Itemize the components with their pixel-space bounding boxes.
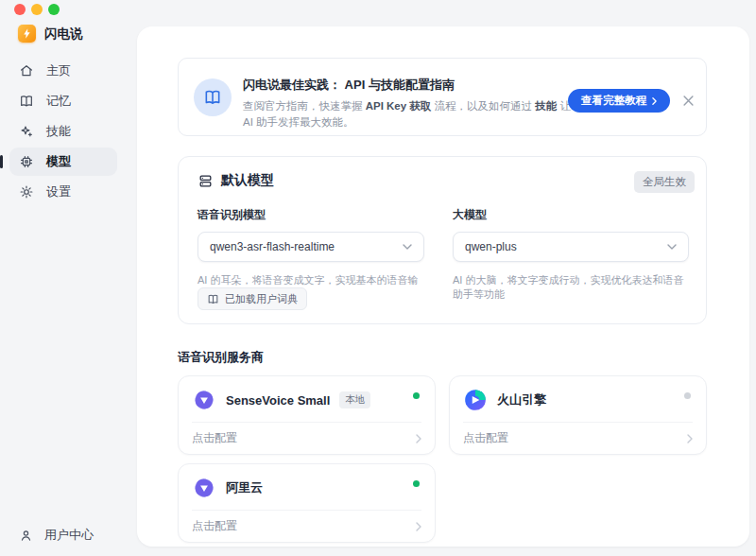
provider-card-sensevoice[interactable]: SenseVoice Small 本地 点击配置 [178,375,436,455]
chevron-right-icon [652,97,657,105]
sidebar-item-skills[interactable]: 技能 [9,117,117,146]
user-icon [19,529,33,543]
global-effect-badge: 全局生效 [634,171,695,193]
sidebar: 闪电说 主页 记忆 技能 模型 [0,0,137,556]
configure-label: 点击配置 [192,518,237,534]
asr-model-select[interactable]: qwen3-asr-flash-realtime [198,232,424,262]
desc-bold: API Key 获取 [366,100,432,112]
provider-name: 火山引擎 [497,391,546,408]
sidebar-item-models[interactable]: 模型 [9,148,117,176]
provider-card-footer: 点击配置 [179,423,435,454]
status-dot [413,480,420,487]
sidebar-item-settings[interactable]: 设置 [9,178,117,206]
default-model-title: 默认模型 [221,172,274,189]
sidebar-item-label: 设置 [46,183,71,200]
configure-label: 点击配置 [463,430,508,446]
provider-card-alicloud[interactable]: 阿里云 点击配置 [178,463,436,543]
alicloud-logo [192,476,216,500]
provider-card-header: 火山引擎 [450,378,706,422]
provider-card-header: SenseVoice Small 本地 [179,378,435,422]
provider-name: SenseVoice Small [226,393,330,408]
dictionary-icon [207,293,219,305]
stack-icon [198,173,214,189]
sidebar-item-label: 记忆 [46,93,71,110]
view-tutorial-label: 查看完整教程 [581,94,646,108]
provider-card-header: 阿里云 [179,466,435,510]
sidebar-item-memory[interactable]: 记忆 [9,87,117,115]
maximize-window-button[interactable] [48,4,60,15]
status-dot [413,392,420,399]
provider-card-volcengine[interactable]: 火山引擎 点击配置 [449,375,707,455]
app-name: 闪电说 [44,26,83,43]
sensevoice-logo [192,388,216,412]
default-model-header: 默认模型 [198,172,274,189]
close-window-button[interactable] [14,4,26,15]
app-logo-row: 闪电说 [18,25,83,43]
user-dictionary-chip[interactable]: 已加载用户词典 [198,287,307,310]
chevron-down-icon [403,244,412,250]
asr-model-value: qwen3-asr-flash-realtime [210,240,335,253]
sidebar-item-label: 模型 [46,153,71,170]
provider-card-footer: 点击配置 [179,511,435,542]
volcengine-logo [463,388,488,412]
provider-card-footer: 点击配置 [450,423,706,454]
main-content-panel: 闪电说最佳实践： API 与技能配置指南 查阅官方指南，快速掌握 API Key… [137,26,749,547]
sparkles-icon [19,124,34,139]
sidebar-nav: 主页 记忆 技能 模型 设置 [9,57,117,208]
tutorial-banner: 闪电说最佳实践： API 与技能配置指南 查阅官方指南，快速掌握 API Key… [178,58,707,136]
sidebar-item-home[interactable]: 主页 [9,57,117,85]
llm-model-select[interactable]: qwen-plus [453,232,689,262]
desc-bold: 技能 [535,100,557,112]
chevron-right-icon [687,434,693,443]
llm-model-description: AI 的大脑，将文字变成行动，实现优化表达和语音助手等功能 [453,273,689,302]
default-model-card: 默认模型 全局生效 语音识别模型 qwen3-asr-flash-realtim… [178,156,707,324]
sidebar-item-label: 主页 [46,62,71,79]
desc-part: 查阅官方指南，快速掌握 [243,100,366,112]
asr-providers-title: 语音识别服务商 [178,349,264,366]
chevron-right-icon [416,522,421,531]
chevron-right-icon [416,434,421,443]
asr-model-label: 语音识别模型 [198,207,424,223]
local-badge: 本地 [339,391,370,408]
gear-icon [19,184,34,200]
chevron-down-icon [667,244,677,250]
configure-label: 点击配置 [192,430,237,446]
provider-cards: SenseVoice Small 本地 点击配置 [178,375,707,543]
banner-close-button[interactable] [678,90,698,111]
banner-title: 闪电说最佳实践： API 与技能配置指南 [243,77,572,94]
user-center-label: 用户中心 [44,527,94,544]
active-indicator [0,155,3,168]
user-center-button[interactable]: 用户中心 [19,527,94,544]
close-icon [683,96,694,106]
minimize-window-button[interactable] [31,4,43,15]
llm-model-label: 大模型 [453,207,689,223]
llm-model-value: qwen-plus [465,240,517,253]
banner-description: 查阅官方指南，快速掌握 API Key 获取 流程，以及如何通过 技能 让 AI… [243,98,572,130]
open-book-icon [194,78,232,116]
lightning-bolt-icon [18,25,36,43]
chip-icon [19,154,34,169]
sidebar-item-label: 技能 [46,123,71,140]
book-icon [19,94,34,109]
home-icon [19,63,34,78]
desc-part: 流程，以及如何通过 [431,100,535,112]
provider-name: 阿里云 [226,479,263,496]
traffic-lights [14,4,60,15]
user-dictionary-label: 已加载用户词典 [225,292,298,306]
banner-text: 闪电说最佳实践： API 与技能配置指南 查阅官方指南，快速掌握 API Key… [243,77,572,130]
status-dot [684,392,691,399]
llm-model-field: 大模型 qwen-plus AI 的大脑，将文字变成行动，实现优化表达和语音助手… [453,207,689,302]
view-tutorial-button[interactable]: 查看完整教程 [568,89,670,113]
